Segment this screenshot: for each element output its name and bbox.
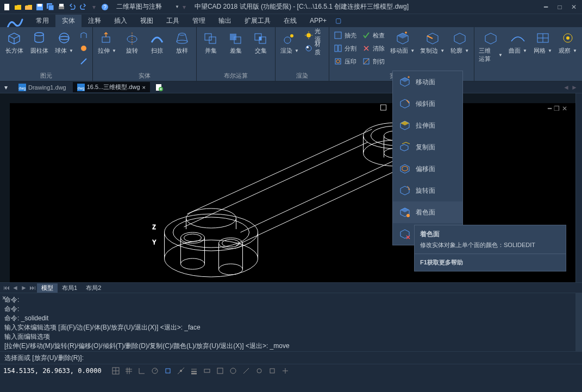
close-tab-icon[interactable]: × xyxy=(142,84,146,91)
layout-prev-icon[interactable]: ◄ xyxy=(11,283,20,292)
sb-cycle-icon[interactable] xyxy=(228,366,239,376)
union-button[interactable]: 并集 xyxy=(200,29,222,56)
3dops-button[interactable]: 三维运算▼ xyxy=(478,29,504,64)
window-controls: ━ □ ✕ xyxy=(540,2,580,12)
intersect-button[interactable]: 交集 xyxy=(250,29,272,56)
dd-colorface[interactable]: 着色面 xyxy=(393,201,462,223)
sb-extra1-icon[interactable] xyxy=(241,366,252,376)
sb-otrack-icon[interactable] xyxy=(176,366,186,376)
command-history[interactable]: × 命令: 命令: 命令: _solidedit 输入实体编辑选项 [面(F)/… xyxy=(0,293,582,352)
file-tab-active[interactable]: dwg 16.5...三维模型.dwg × xyxy=(73,82,150,92)
dd-offsetface[interactable]: 偏移面 xyxy=(393,158,462,180)
cylinder-button[interactable]: 圆柱体 xyxy=(28,29,50,56)
sb-lwt-icon[interactable] xyxy=(189,366,199,376)
tab-app[interactable]: APP+ xyxy=(303,15,333,26)
clean-button[interactable]: 清除 xyxy=(361,42,386,54)
qat-folder-icon[interactable] xyxy=(24,2,34,12)
imprint-button[interactable]: 压印 xyxy=(333,55,358,67)
close-icon[interactable]: ✕ xyxy=(568,2,580,12)
separate-button[interactable]: 分割 xyxy=(333,42,358,54)
dd-label: 移动面 xyxy=(416,78,435,87)
layout-tab-1[interactable]: 布局1 xyxy=(58,283,82,293)
new-file-tab-icon[interactable] xyxy=(152,83,166,92)
maximize-icon[interactable]: □ xyxy=(554,2,566,12)
command-input[interactable] xyxy=(84,354,578,362)
dd-copyface[interactable]: 复制面 xyxy=(393,136,462,158)
mesh-button[interactable]: 网格▼ xyxy=(532,29,554,56)
material-button[interactable]: 材质 xyxy=(304,42,326,54)
layout-first-icon[interactable]: ⏮ xyxy=(2,283,11,292)
moveface-button[interactable]: 移动面▼ xyxy=(389,29,416,56)
qat-undo-icon[interactable] xyxy=(67,2,77,12)
layout-last-icon[interactable]: ⏭ xyxy=(28,283,37,292)
file-tab[interactable]: dwg Drawing1.dwg xyxy=(14,83,71,92)
tab-view[interactable]: 视图 xyxy=(134,15,160,27)
workspace-input[interactable] xyxy=(114,3,174,11)
tab-output[interactable]: 输出 xyxy=(212,15,238,27)
dd-extrudeface[interactable]: 拉伸面 xyxy=(393,115,462,136)
layout-tab-model[interactable]: 模型 xyxy=(37,283,58,293)
tab-manage[interactable]: 管理 xyxy=(186,15,212,27)
qat-print-icon[interactable] xyxy=(57,2,66,12)
box-button[interactable]: 长方体 xyxy=(3,29,25,56)
check-button[interactable]: 检查 xyxy=(361,29,386,41)
sb-snap-icon[interactable] xyxy=(110,366,121,376)
vp-restore-icon[interactable]: ❐ xyxy=(554,105,560,112)
shell-button[interactable]: 抽壳 xyxy=(333,29,358,41)
dd-taperface[interactable]: 倾斜面 xyxy=(393,93,462,115)
sb-extra4-icon[interactable] xyxy=(280,366,291,376)
minimize-icon[interactable]: ━ xyxy=(540,2,552,12)
light-button[interactable]: 光源 xyxy=(304,29,326,41)
view3d-button[interactable]: 观察▼ xyxy=(557,29,579,56)
torus-button[interactable] xyxy=(78,55,89,67)
subtract-button[interactable]: 差集 xyxy=(225,29,247,56)
vp-minimize-icon[interactable]: ━ xyxy=(548,105,552,112)
layout-tab-2[interactable]: 布局2 xyxy=(82,283,105,293)
cmd-scrollbar-v[interactable] xyxy=(575,293,582,351)
revolve-button[interactable]: 旋转 xyxy=(121,29,143,56)
slice-button[interactable]: 剖切 xyxy=(361,55,386,67)
dwg-icon: dwg xyxy=(77,84,85,91)
tab-insert[interactable]: 插入 xyxy=(108,15,134,27)
dd-moveface[interactable]: 移动面 xyxy=(393,71,462,93)
sphere-button[interactable]: 球体▼ xyxy=(53,29,75,56)
sb-polar-icon[interactable] xyxy=(149,366,160,376)
tab-solid[interactable]: 实体 xyxy=(55,15,82,27)
silhouette-button[interactable]: 轮廓▼ xyxy=(449,29,471,56)
sb-extra2-icon[interactable] xyxy=(254,366,265,376)
qat-open-icon[interactable] xyxy=(13,2,23,12)
tab-tools[interactable]: 工具 xyxy=(160,15,186,27)
workspace-selector[interactable]: ▼ ▾ xyxy=(114,3,189,11)
qat-help-icon[interactable]: ? xyxy=(100,2,110,12)
tab-extend[interactable]: 扩展工具 xyxy=(238,15,277,27)
sweep-button[interactable]: 扫掠 xyxy=(146,29,168,56)
filetab-dropdown-icon[interactable]: ▾ xyxy=(4,84,12,91)
sb-osnap-icon[interactable] xyxy=(162,366,173,376)
layout-next-icon[interactable]: ► xyxy=(20,283,28,292)
extrude-button[interactable]: 拉伸▼ xyxy=(96,29,118,56)
tab-home[interactable]: 常用 xyxy=(29,15,55,27)
dd-rotateface[interactable]: 旋转面 xyxy=(393,180,462,201)
tab-add-icon[interactable]: ▢ xyxy=(335,17,341,24)
sb-dyn-icon[interactable] xyxy=(202,366,212,376)
qat-saveall-icon[interactable] xyxy=(46,2,55,12)
render-button[interactable]: 渲染▼ xyxy=(279,29,301,56)
qat-redo-icon[interactable] xyxy=(78,2,88,12)
wedge-button[interactable] xyxy=(78,42,89,54)
tab-annotate[interactable]: 注释 xyxy=(82,15,108,27)
sb-model-icon[interactable] xyxy=(215,366,226,376)
sb-ortho-icon[interactable] xyxy=(136,366,147,376)
copyedge-button[interactable]: 复制边▼ xyxy=(419,29,446,56)
polysolid-button[interactable] xyxy=(78,29,89,41)
tab-online[interactable]: 在线 xyxy=(277,15,303,27)
sb-grid-icon[interactable] xyxy=(123,366,134,376)
surface-button[interactable]: 曲面▼ xyxy=(507,29,529,56)
sb-extra3-icon[interactable] xyxy=(267,366,278,376)
qat-new-icon[interactable] xyxy=(2,2,12,12)
vp-close-icon[interactable]: ✕ xyxy=(562,105,567,112)
filetab-scroll-icon[interactable]: ◄ ► xyxy=(563,84,578,91)
viewport-scrollbar-v[interactable] xyxy=(575,93,582,282)
loft-button[interactable]: 放样 xyxy=(171,29,193,56)
cmd-close-icon[interactable]: × xyxy=(2,294,6,302)
qat-save-icon[interactable] xyxy=(35,2,45,12)
